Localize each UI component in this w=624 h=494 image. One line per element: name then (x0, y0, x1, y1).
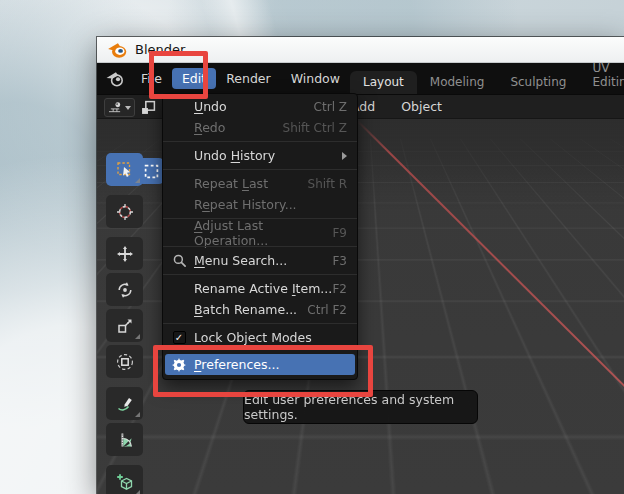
annotate-tool-button[interactable] (106, 387, 143, 420)
add-cube-tool-button[interactable] (106, 465, 143, 494)
checkbox-checked-icon[interactable]: ✓ (171, 330, 187, 346)
tab-uv-editing[interactable]: UV Editing (579, 57, 624, 94)
measure-tool-button[interactable] (106, 423, 143, 456)
move-tool-button[interactable] (106, 237, 143, 270)
accelerator-letter: U (194, 99, 203, 114)
accelerator-letter: I (292, 281, 296, 296)
menu-item-batch-rename[interactable]: Batch Rename...Ctrl F2 (163, 299, 357, 320)
select-box-icon (116, 161, 134, 179)
rotate-icon (116, 281, 134, 299)
menu-item-label: Undo History (194, 148, 275, 163)
cursor-tool-button[interactable] (106, 195, 143, 228)
add-cube-icon (116, 473, 134, 491)
annotate-icon (116, 395, 134, 413)
transform-tool-button[interactable] (106, 345, 143, 378)
menu-item-adjust-last-operation[interactable]: Adjust Last Operation...F9 (163, 222, 357, 243)
menu-item-shortcut: Ctrl Z (314, 100, 347, 114)
workspace-tabs: LayoutModelingSculptingUV Editing (350, 72, 624, 94)
edit-menu-button[interactable]: Edit (172, 68, 216, 89)
file-menu-button[interactable]: File (131, 68, 172, 89)
menu-item-redo[interactable]: RedoShift Ctrl Z (163, 117, 357, 138)
edit-menu-dropdown: UndoCtrl ZRedoShift Ctrl ZUndo HistoryRe… (162, 93, 358, 380)
accelerator-letter: L (242, 176, 249, 191)
accelerator-letter: M (194, 253, 205, 268)
menu-separator (163, 243, 357, 250)
menu-item-label: Rename Active Item... (194, 281, 332, 296)
menu-item-repeat-history[interactable]: Repeat History... (163, 194, 357, 215)
tooltip-text: Edit user preferences and system setting… (244, 392, 477, 422)
editor-type-icon (108, 101, 123, 114)
blender-window: Blender FileEditRenderWindowHelp LayoutM… (97, 37, 624, 494)
select-box-tool-button[interactable] (106, 153, 143, 186)
menu-item-label: Redo (194, 120, 225, 135)
menu-item-menu-search[interactable]: Menu Search...F3 (163, 250, 357, 271)
mode-dropdown-partial[interactable] (140, 98, 162, 117)
menu-item-rename-active-item[interactable]: Rename Active Item...F2 (163, 278, 357, 299)
subtool-corner-icon (135, 178, 140, 183)
rotate-tool-button[interactable] (106, 273, 143, 306)
render-menu-button[interactable]: Render (216, 68, 281, 89)
window-menu-button[interactable]: Window (281, 68, 350, 89)
accelerator-letter: A (194, 218, 202, 233)
checkbox[interactable]: ✓ (173, 331, 186, 344)
tooltip: Edit user preferences and system setting… (243, 390, 478, 424)
menu-item-lock-object-modes[interactable]: ✓Lock Object Modes (163, 327, 357, 348)
tab-sculpting[interactable]: Sculpting (497, 71, 579, 94)
subtool-corner-icon (135, 490, 140, 494)
window-titlebar[interactable]: Blender (97, 37, 624, 63)
move-icon (116, 245, 134, 263)
menu-item-label: Batch Rename... (194, 302, 297, 317)
chevron-down-icon (125, 106, 131, 110)
accelerator-letter: H (231, 148, 240, 163)
scale-tool-button[interactable] (106, 309, 143, 342)
menu-separator (163, 271, 357, 278)
menu-item-label: Repeat Last (194, 176, 268, 191)
menu-item-shortcut: Shift Ctrl Z (283, 121, 347, 135)
transform-icon (116, 353, 134, 371)
search-icon (171, 253, 187, 269)
menu-separator (163, 166, 357, 173)
subtool-corner-icon (135, 412, 140, 417)
accelerator-letter: e (202, 197, 210, 212)
viewport-header-menus: AddObject (349, 95, 444, 118)
object-menu-button[interactable]: Object (399, 97, 444, 116)
menu-item-repeat-last[interactable]: Repeat LastShift R (163, 173, 357, 194)
menu-item-label: Preferences... (194, 357, 279, 372)
topbar: FileEditRenderWindowHelp LayoutModelingS… (97, 63, 624, 94)
menu-separator (163, 320, 357, 327)
measure-icon (116, 431, 134, 449)
window-title: Blender (135, 42, 185, 57)
menu-item-label: Menu Search... (194, 253, 287, 268)
tab-layout[interactable]: Layout (350, 71, 417, 94)
object-mode-icon (140, 100, 157, 115)
menu-item-shortcut: Ctrl F2 (307, 303, 347, 317)
tab-modeling[interactable]: Modeling (417, 71, 498, 94)
menu-item-label: Undo (194, 99, 227, 114)
blender-app-menu-icon[interactable] (104, 70, 128, 88)
gear-icon (171, 357, 187, 373)
cursor-icon (116, 203, 134, 221)
desktop-wallpaper: Blender FileEditRenderWindowHelp LayoutM… (0, 0, 624, 494)
menu-item-shortcut: F3 (332, 254, 347, 268)
subtool-corner-icon (135, 334, 140, 339)
menu-item-shortcut: F2 (332, 282, 347, 296)
accelerator-letter: P (194, 357, 201, 372)
accelerator-letter: B (194, 302, 203, 317)
menu-item-label: Repeat History... (194, 197, 297, 212)
menu-item-shortcut: Shift R (308, 177, 347, 191)
submenu-arrow-icon (342, 152, 347, 160)
menu-separator (163, 138, 357, 145)
tool-shelf (106, 153, 143, 494)
menu-item-undo-history[interactable]: Undo History (163, 145, 357, 166)
menu-item-undo[interactable]: UndoCtrl Z (163, 96, 357, 117)
blender-logo-icon (107, 42, 127, 58)
scale-icon (116, 317, 134, 335)
menu-item-label: Lock Object Modes (194, 330, 312, 345)
menu-item-shortcut: F9 (332, 226, 347, 240)
menu-item-preferences[interactable]: Preferences... (165, 354, 355, 375)
accelerator-letter: R (194, 120, 202, 135)
editor-type-button[interactable] (104, 98, 135, 117)
